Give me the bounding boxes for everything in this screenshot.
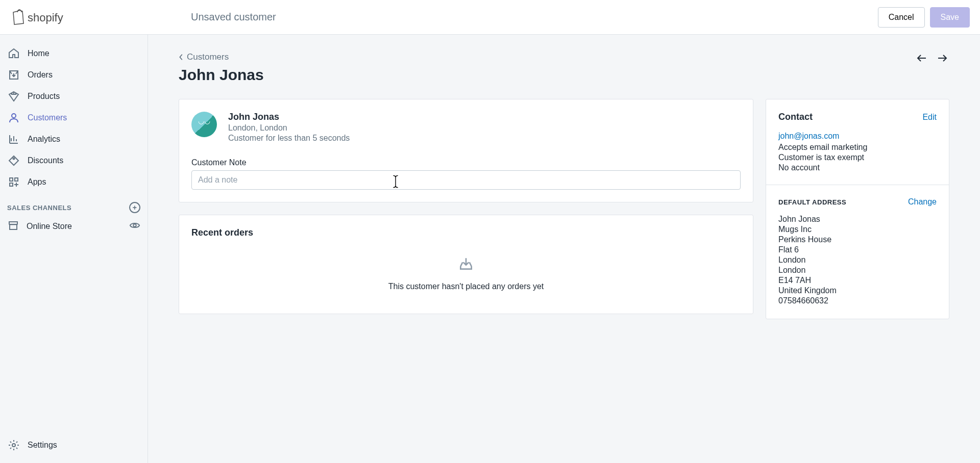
addr-postcode: E14 7AH [778, 276, 937, 285]
sidebar-item-home[interactable]: Home [0, 43, 148, 64]
contact-marketing: Accepts email marketing [778, 143, 937, 152]
page-title: John Jonas [179, 66, 264, 84]
breadcrumb[interactable]: Customers [179, 52, 264, 62]
svg-rect-6 [10, 183, 13, 186]
main-content: Customers John Jonas ◡◡ John Jonas Londo… [148, 35, 980, 463]
sales-channels-label: SALES CHANNELS [7, 204, 71, 212]
customer-location: London, London [228, 123, 350, 133]
customer-note-input[interactable] [191, 170, 741, 190]
save-button[interactable]: Save [930, 7, 970, 28]
sidebar-item-label: Settings [28, 441, 57, 450]
change-address-button[interactable]: Change [908, 197, 937, 207]
customer-name: John Jonas [228, 112, 350, 122]
avatar: ◡◡ [191, 112, 217, 137]
store-icon [7, 219, 19, 234]
prev-record-icon[interactable] [916, 52, 929, 65]
address-block: John Jonas Mugs Inc Perkins House Flat 6… [778, 215, 937, 305]
sidebar-item-products[interactable]: Products [0, 86, 148, 107]
apps-icon [7, 175, 20, 189]
add-channel-icon[interactable]: + [129, 202, 140, 213]
sidebar-item-customers[interactable]: Customers [0, 107, 148, 128]
addr-city2: London [778, 266, 937, 275]
svg-point-8 [12, 444, 15, 447]
empty-orders-text: This customer hasn't placed any orders y… [191, 282, 741, 291]
breadcrumb-label: Customers [187, 52, 229, 62]
settings-icon [7, 439, 20, 452]
sidebar-item-label: Orders [28, 70, 53, 80]
next-record-icon[interactable] [936, 52, 949, 65]
divider [766, 185, 949, 185]
customer-duration: Customer for less than 5 seconds [228, 134, 350, 143]
customer-summary-card: ◡◡ John Jonas London, London Customer fo… [179, 99, 753, 202]
addr-city1: London [778, 255, 937, 265]
addr-company: Mugs Inc [778, 225, 937, 234]
recent-orders-card: Recent orders This customer hasn't place… [179, 215, 753, 314]
sidebar-item-label: Customers [28, 113, 67, 122]
svg-text:shopify: shopify [28, 11, 63, 24]
sidebar-item-discounts[interactable]: Discounts [0, 150, 148, 171]
svg-rect-0 [17, 14, 20, 17]
sidebar-item-orders[interactable]: Orders [0, 64, 148, 86]
empty-orders-icon [191, 255, 741, 272]
top-bar: shopify Unsaved customer Cancel Save [0, 0, 980, 35]
svg-rect-4 [10, 178, 13, 181]
sidebar: Home Orders Products Customers Analytics… [0, 35, 148, 463]
sidebar-item-label: Products [28, 92, 60, 101]
view-store-icon[interactable] [129, 220, 140, 233]
home-icon [7, 47, 20, 60]
contact-email-link[interactable]: john@jonas.com [778, 132, 937, 141]
sidebar-item-label: Apps [28, 177, 46, 187]
online-store-label: Online Store [27, 222, 72, 231]
sidebar-item-apps[interactable]: Apps [0, 171, 148, 193]
contact-tax: Customer is tax exempt [778, 153, 937, 162]
svg-point-7 [133, 224, 136, 227]
sidebar-item-label: Discounts [28, 156, 63, 165]
sidebar-item-settings[interactable]: Settings [0, 434, 148, 456]
sidebar-item-label: Home [28, 49, 50, 58]
addr-name: John Jonas [778, 215, 937, 224]
contact-title: Contact [778, 112, 813, 122]
analytics-icon [7, 133, 20, 146]
shopify-logo[interactable]: shopify [10, 7, 82, 28]
addr-line1: Perkins House [778, 235, 937, 244]
svg-point-2 [12, 114, 16, 118]
svg-rect-5 [15, 178, 18, 181]
customers-icon [7, 111, 20, 124]
svg-point-3 [13, 158, 15, 160]
sidebar-item-label: Analytics [28, 135, 60, 144]
cancel-button[interactable]: Cancel [878, 7, 925, 28]
contact-card: Contact Edit john@jonas.com Accepts emai… [766, 99, 949, 319]
orders-icon [7, 68, 20, 82]
contact-account: No account [778, 163, 937, 172]
default-address-header: DEFAULT ADDRESS [778, 198, 846, 206]
addr-phone: 07584660632 [778, 296, 937, 305]
products-icon [7, 90, 20, 103]
sales-channels-header: SALES CHANNELS + [0, 193, 148, 215]
customer-note-label: Customer Note [191, 158, 741, 167]
record-nav-arrows [916, 52, 949, 65]
unsaved-status: Unsaved customer [191, 11, 276, 23]
text-cursor-icon [392, 174, 399, 187]
addr-country: United Kingdom [778, 286, 937, 295]
sidebar-item-online-store[interactable]: Online Store [0, 215, 148, 238]
sidebar-item-analytics[interactable]: Analytics [0, 128, 148, 150]
topbar-left: shopify Unsaved customer [10, 7, 276, 28]
discounts-icon [7, 154, 20, 167]
topbar-actions: Cancel Save [878, 7, 970, 28]
addr-line2: Flat 6 [778, 245, 937, 254]
edit-contact-button[interactable]: Edit [922, 113, 937, 122]
recent-orders-title: Recent orders [191, 227, 741, 238]
